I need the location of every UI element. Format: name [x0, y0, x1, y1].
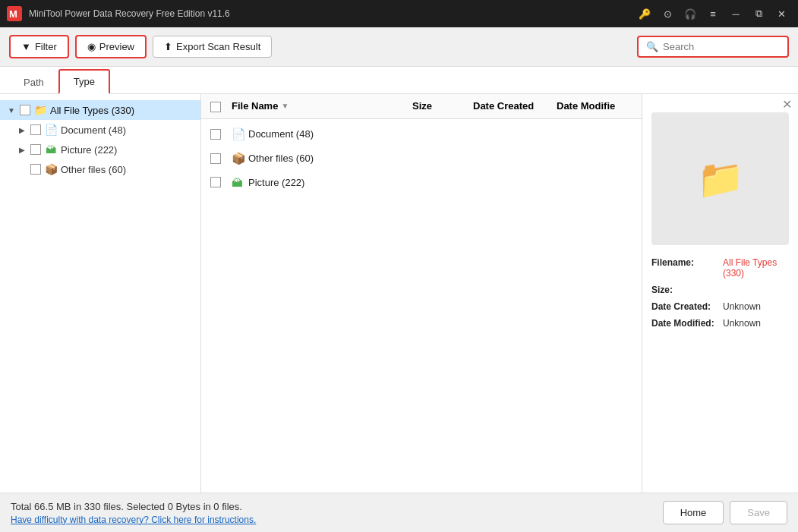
- tree-check-all[interactable]: [20, 105, 30, 115]
- minimize-button[interactable]: ─: [725, 3, 746, 24]
- date-modified-label: Date Modified:: [651, 318, 720, 329]
- info-row-filename: Filename: All File Types (330): [651, 257, 789, 279]
- doc-icon: 📄: [44, 123, 58, 137]
- tree-item-all-filetypes[interactable]: 📁 All File Types (330): [0, 100, 200, 120]
- status-left: Total 66.5 MB in 330 files. Selected 0 B…: [11, 501, 657, 525]
- search-icon: 🔍: [646, 41, 658, 52]
- expand-arrow-pic[interactable]: [17, 144, 27, 155]
- filter-button[interactable]: ▼ Filter: [9, 35, 69, 58]
- tree-item-document[interactable]: 📄 Document (48): [11, 120, 200, 140]
- tree-check-other[interactable]: [30, 164, 41, 175]
- file-list-panel: File Name ▼ Size Date Created Date Modif…: [201, 94, 642, 493]
- folder-icon: 📁: [33, 103, 47, 117]
- size-label: Size:: [651, 285, 720, 295]
- sort-arrow-name[interactable]: ▼: [281, 102, 289, 110]
- home-button[interactable]: Home: [663, 501, 724, 524]
- search-box[interactable]: 🔍: [637, 36, 789, 58]
- headphone-icon[interactable]: 🎧: [680, 3, 701, 24]
- row-name-2: Other files (60): [248, 153, 412, 164]
- tree-label-all: All File Types (330): [50, 105, 134, 116]
- tree-item-picture[interactable]: 🏔 Picture (222): [11, 140, 200, 159]
- save-button[interactable]: Save: [730, 501, 787, 524]
- info-row-size: Size:: [651, 285, 789, 295]
- date-created-label: Date Created:: [651, 301, 720, 312]
- tree-panel: 📁 All File Types (330) 📄 Document (48) 🏔…: [0, 94, 201, 493]
- filter-icon: ▼: [21, 41, 31, 52]
- row-check-2[interactable]: [210, 153, 221, 164]
- info-row-modified: Date Modified: Unknown: [651, 318, 789, 329]
- content-area: 📁 All File Types (330) 📄 Document (48) 🏔…: [0, 94, 798, 493]
- circle-icon[interactable]: ⊙: [657, 3, 678, 24]
- status-bar: Total 66.5 MB in 330 files. Selected 0 B…: [0, 493, 798, 532]
- preview-icon: ◉: [87, 41, 96, 52]
- status-text: Total 66.5 MB in 330 files. Selected 0 B…: [11, 501, 657, 512]
- expand-arrow[interactable]: [6, 105, 17, 115]
- tree-check-doc[interactable]: [30, 124, 41, 135]
- title-bar: M MiniTool Power Data Recovery Free Edit…: [0, 0, 798, 27]
- tab-bar: Path Type: [0, 67, 798, 94]
- table-row[interactable]: 📦 Other files (60): [201, 146, 642, 171]
- other-icon: 📦: [44, 162, 58, 176]
- key-icon[interactable]: 🔑: [634, 3, 655, 24]
- pic-row-icon: 🏔: [232, 176, 248, 189]
- info-row-created: Date Created: Unknown: [651, 301, 789, 312]
- col-header-size: Size: [412, 100, 473, 112]
- col-header-name: File Name ▼: [232, 100, 412, 112]
- preview-close-button[interactable]: ✕: [782, 97, 792, 112]
- row-name-3: Picture (222): [248, 177, 412, 188]
- menu-icon[interactable]: ≡: [702, 3, 724, 24]
- select-all-check[interactable]: [210, 102, 221, 112]
- tree-item-otherfiles[interactable]: 📦 Other files (60): [11, 159, 200, 179]
- help-link[interactable]: Have difficulty with data recovery? Clic…: [11, 515, 657, 525]
- date-created-value: Unknown: [723, 301, 761, 312]
- row-name-1: Document (48): [248, 128, 412, 140]
- file-list: 📄 Document (48) 📦 Other files (60): [201, 119, 642, 493]
- row-check-1[interactable]: [210, 129, 221, 140]
- col-header-modified: Date Modifie: [557, 100, 632, 112]
- main-content: Path Type 📁 All File Types (330) 📄 Docum…: [0, 67, 798, 493]
- preview-image-area: 📁: [651, 112, 789, 245]
- restore-button[interactable]: ⧉: [748, 3, 769, 24]
- tab-type[interactable]: Type: [58, 69, 110, 94]
- window-controls: 🔑 ⊙ 🎧 ≡ ─ ⧉ ✕: [634, 3, 792, 24]
- search-input[interactable]: [663, 41, 784, 52]
- row-check-3[interactable]: [210, 177, 221, 187]
- doc-row-icon: 📄: [232, 127, 248, 141]
- pic-icon: 🏔: [44, 143, 58, 156]
- toolbar: ▼ Filter ◉ Preview ⬆ Export Scan Result …: [0, 27, 798, 67]
- preview-panel: ✕ 📁 Filename: All File Types (330) Size:…: [642, 94, 798, 493]
- other-row-icon: 📦: [232, 152, 248, 165]
- svg-text:M: M: [9, 8, 17, 20]
- table-row[interactable]: 📄 Document (48): [201, 122, 642, 146]
- preview-folder-icon: 📁: [697, 160, 744, 198]
- app-icon: M: [6, 5, 23, 22]
- tree-label-other: Other files (60): [61, 164, 126, 175]
- tab-path[interactable]: Path: [9, 71, 58, 94]
- date-modified-value: Unknown: [723, 318, 761, 329]
- col-header-created: Date Created: [473, 100, 557, 112]
- app-title: MiniTool Power Data Recovery Free Editio…: [29, 8, 634, 19]
- preview-button[interactable]: ◉ Preview: [75, 35, 147, 58]
- tree-check-pic[interactable]: [30, 144, 41, 155]
- expand-arrow-other: [17, 164, 27, 175]
- export-icon: ⬆: [164, 41, 172, 52]
- expand-arrow-doc[interactable]: [17, 124, 27, 135]
- tree-label-doc: Document (48): [61, 124, 126, 136]
- filename-value: All File Types (330): [723, 257, 789, 279]
- file-list-header: File Name ▼ Size Date Created Date Modif…: [201, 94, 642, 119]
- export-button[interactable]: ⬆ Export Scan Result: [153, 36, 272, 58]
- tree-label-pic: Picture (222): [61, 144, 117, 156]
- close-button[interactable]: ✕: [771, 3, 792, 24]
- table-row[interactable]: 🏔 Picture (222): [201, 171, 642, 194]
- filename-label: Filename:: [651, 257, 720, 279]
- preview-info: Filename: All File Types (330) Size: Dat…: [642, 251, 798, 341]
